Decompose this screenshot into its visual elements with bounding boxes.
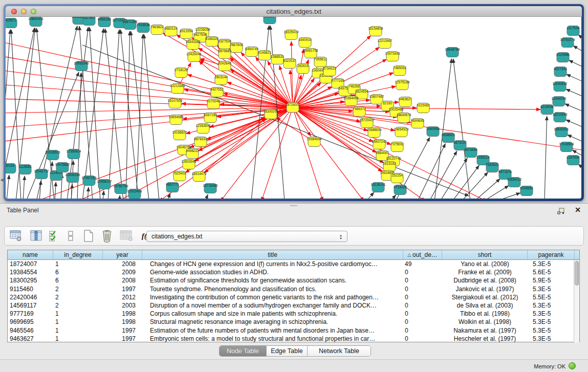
clear-selection-icon[interactable]	[62, 229, 79, 243]
graph-edge[interactable]	[573, 46, 581, 55]
table-row[interactable]: 946554611997Estimation of the future num…	[8, 326, 579, 335]
graph-edge[interactable]	[496, 193, 520, 199]
graph-edge[interactable]	[39, 181, 41, 199]
cell-year: 1998	[103, 310, 142, 318]
table-row[interactable]: 1830029562008Estimation of significance …	[8, 276, 579, 285]
graph-edge[interactable]	[440, 158, 467, 199]
table-mode-icon[interactable]	[5, 229, 27, 243]
graph-node-label: 9884067	[376, 151, 389, 155]
graph-edge[interactable]	[474, 179, 500, 199]
graph-edge[interactable]	[453, 59, 470, 199]
table-row[interactable]: 2242004622012Investigating the contribut…	[8, 293, 579, 301]
graph-node-label: 8471676	[498, 170, 512, 173]
network-window-titlebar[interactable]: citations_edges.txt	[6, 6, 582, 17]
graph-edge[interactable]	[205, 194, 208, 199]
minimize-window-icon[interactable]	[21, 9, 27, 14]
graph-edge[interactable]	[6, 56, 293, 107]
network-canvas[interactable]: 4055712089140610653287152760764661601071…	[6, 17, 581, 199]
table-select[interactable]: citations_edges.txt ▲▼	[146, 231, 347, 242]
column-header-short[interactable]: short	[442, 250, 528, 259]
cell-title: Investigating the contribution of common…	[142, 293, 403, 301]
float-window-icon[interactable]	[557, 207, 564, 214]
graph-edge[interactable]	[7, 175, 9, 199]
graph-edge[interactable]	[88, 187, 89, 199]
graph-node-label: 19654923	[394, 127, 409, 131]
column-header-in-degree[interactable]: in_degree	[53, 250, 103, 259]
graph-edge[interactable]	[108, 30, 119, 199]
network-view-window[interactable]: citations_edges.txt 40557120891406106532…	[4, 4, 584, 201]
memory-ok-indicator-icon[interactable]	[569, 362, 576, 369]
collapse-west-panel-icon[interactable]: ◀	[0, 177, 4, 184]
graph-edge[interactable]	[6, 70, 293, 107]
graph-node-label: 2935114	[477, 156, 490, 159]
close-panel-icon[interactable]: ✕	[575, 206, 581, 214]
graph-edge[interactable]	[578, 35, 581, 43]
graph-node-label: 10807487	[369, 95, 384, 98]
delete-column-icon[interactable]	[98, 229, 116, 243]
tab-network-table[interactable]: Network Table	[308, 346, 371, 356]
graph-edge[interactable]	[566, 89, 581, 99]
tab-node-table[interactable]: Node Table	[220, 346, 267, 356]
table-row[interactable]: 1872400712008Changes of HCN gene express…	[8, 260, 579, 268]
close-window-icon[interactable]	[11, 9, 17, 14]
graph-edge[interactable]	[565, 104, 581, 114]
graph-node-label: 9827508	[193, 33, 207, 36]
graph-node-label: 1615182	[383, 162, 396, 165]
graph-edge[interactable]	[119, 195, 120, 199]
graph-edge[interactable]	[366, 192, 374, 199]
graph-edge[interactable]	[90, 27, 100, 199]
graph-edge[interactable]	[293, 107, 395, 130]
graph-node[interactable]	[264, 17, 276, 24]
table-row[interactable]: 1938455462009Genome-wide association stu…	[8, 268, 579, 276]
graph-node-label: 405571	[6, 18, 16, 22]
graph-node-label: 19654985	[169, 115, 184, 119]
graph-node-label: 10688609	[367, 128, 382, 132]
cell-name: 9463627	[8, 335, 53, 343]
graph-node-label: 16648784	[445, 48, 460, 51]
graph-edge[interactable]	[23, 176, 25, 199]
graph-node-label: 16671355	[123, 20, 138, 24]
table-panel: Table Panel ✕	[0, 203, 588, 372]
graph-edge[interactable]	[452, 165, 479, 199]
graph-edge[interactable]	[55, 182, 56, 199]
column-header-year[interactable]: year	[103, 250, 142, 259]
graph-edge[interactable]	[484, 186, 509, 199]
cell-in-degree: 1	[53, 260, 103, 268]
table-row[interactable]: 969969511998Structural magnetic resonanc…	[8, 318, 579, 326]
graph-edge[interactable]	[390, 195, 396, 199]
cell-out-de-: 0	[403, 326, 442, 335]
graph-edge[interactable]	[6, 84, 293, 107]
table-scrollbar[interactable]	[574, 260, 579, 343]
table-row[interactable]: 1456911722003Disruption of a novel membe…	[8, 301, 579, 310]
graph-node-label: 16543382	[186, 40, 201, 43]
graph-node-label: 9129986	[556, 53, 570, 56]
new-column-icon[interactable]	[79, 229, 98, 243]
graph-edge[interactable]	[567, 74, 581, 84]
select-all-icon[interactable]	[46, 229, 62, 243]
graph-edge[interactable]	[569, 60, 581, 70]
column-header-title[interactable]: title	[142, 250, 403, 259]
table-row[interactable]: 911546021997Tourette syndrome. Phenomeno…	[8, 285, 579, 293]
graph-edge[interactable]	[103, 191, 104, 199]
column-header-out-de-[interactable]: △out_de…	[403, 250, 442, 259]
graph-node-label: 1527607	[82, 17, 96, 19]
column-header-pagerank[interactable]: pagerank	[528, 250, 575, 259]
graph-edge[interactable]	[120, 30, 139, 199]
graph-node-label: 16210643	[553, 113, 568, 116]
table-row[interactable]: 977716911998Corpus callosum shape and si…	[8, 310, 579, 318]
graph-edge[interactable]	[429, 151, 457, 199]
table-scrollbar-thumb[interactable]	[575, 261, 579, 286]
graph-edge[interactable]	[578, 164, 581, 173]
column-header-name[interactable]: name	[8, 250, 53, 259]
table-body: 1872400712008Changes of HCN gene express…	[8, 260, 579, 343]
graph-node-label: 1167534	[567, 156, 580, 159]
graph-edge[interactable]	[105, 29, 123, 199]
graph-node-label: 16107553	[168, 99, 183, 102]
show-columns-icon[interactable]	[27, 229, 46, 243]
zoom-window-icon[interactable]	[31, 9, 36, 14]
table-row[interactable]: 946362711997Embryonic stem cells: a mode…	[8, 335, 579, 343]
graph-edge[interactable]	[82, 29, 103, 199]
graph-edge[interactable]	[545, 116, 547, 199]
tab-edge-table[interactable]: Edge Table	[267, 346, 308, 356]
graph-edge[interactable]	[293, 107, 487, 199]
